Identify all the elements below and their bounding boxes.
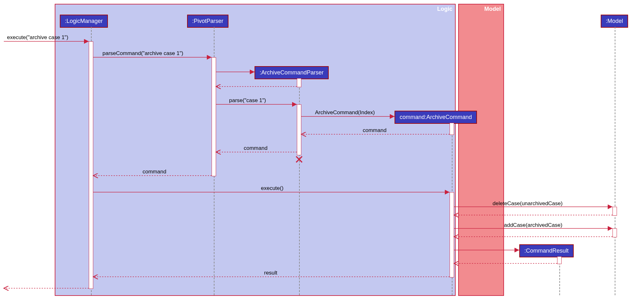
- archive-command-parser-activation-1: [297, 78, 301, 87]
- logic-manager-activation: [89, 41, 93, 289]
- archive-command-parser-box: :ArchiveCommandParser: [255, 66, 329, 79]
- model-activation-1: [612, 207, 617, 216]
- pivot-parser-box: :PivotParser: [187, 15, 228, 28]
- logic-title: Logic: [437, 6, 452, 12]
- msg-execute1: execute("archive case 1"): [7, 34, 68, 41]
- msg-return-command-2: command: [244, 145, 268, 151]
- command-result-activation: [557, 256, 562, 264]
- msg-result: result: [264, 270, 277, 276]
- msg-parse: parse("case 1"): [229, 97, 266, 104]
- destroy-icon: ✕: [294, 153, 304, 166]
- archive-command-box: command:ArchiveCommand: [395, 111, 477, 124]
- msg-return-command-3: command: [143, 169, 166, 175]
- msg-parse-command: parseCommand("archive case 1"): [102, 50, 183, 57]
- msg-add-case: addCase(archivedCase): [504, 222, 562, 228]
- model-container: Model: [458, 4, 504, 296]
- model-activation-2: [612, 228, 617, 237]
- model-title: Model: [484, 6, 501, 12]
- model-lifeline: [615, 27, 615, 295]
- model-box: :Model: [601, 15, 628, 28]
- archive-command-activation-1: [450, 123, 454, 135]
- archive-command-parser-activation-2: [297, 104, 301, 155]
- msg-delete-case: deleteCase(unarchivedCase): [493, 200, 563, 207]
- pivot-parser-activation: [212, 57, 216, 176]
- command-result-box: :CommandResult: [519, 244, 574, 257]
- msg-execute2: execute(): [261, 185, 284, 192]
- logic-manager-box: :LogicManager: [60, 15, 108, 28]
- msg-archive-command-ctor: ArchiveCommand(Index): [315, 109, 375, 116]
- archive-command-activation-2: [450, 192, 454, 277]
- msg-return-command-1: command: [363, 127, 387, 134]
